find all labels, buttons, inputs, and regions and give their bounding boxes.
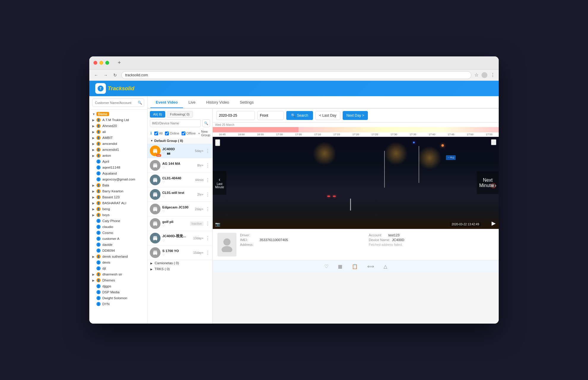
sidebar-item-16[interactable]: ▶👤boys xyxy=(89,212,147,218)
device-menu-7[interactable]: ⋮ xyxy=(205,250,210,256)
maximize-button[interactable] xyxy=(105,61,109,65)
sidebar-item-4[interactable]: ▶👤amcendol xyxy=(89,141,147,147)
sidebar-item-label-0: A.T.M Truking Ltd xyxy=(102,118,129,122)
checkbox-all[interactable]: All xyxy=(154,132,163,135)
sidebar-item-22[interactable]: 👤DD8094 xyxy=(89,248,147,254)
sidebar-item-8[interactable]: 👤aqeel11148 xyxy=(89,164,147,170)
device-search-button[interactable]: 🔍 xyxy=(202,119,210,127)
group-default-header[interactable]: ▼ Default Group ( 8) xyxy=(147,138,212,144)
sidebar-item-0[interactable]: ▶👤A.T.M Truking Ltd xyxy=(89,117,147,123)
play-button[interactable]: ▶ xyxy=(492,220,496,227)
menu-icon[interactable]: ⋮ xyxy=(490,72,495,78)
device-menu-2[interactable]: ⋮ xyxy=(205,177,210,183)
next-day-button[interactable]: Next Day > xyxy=(343,111,368,120)
sidebar-item-13[interactable]: ▶👤Basant 123 xyxy=(89,194,147,200)
sidebar-item-27[interactable]: ▶👤Dhemes xyxy=(89,277,147,283)
profile-icon[interactable] xyxy=(481,72,487,78)
route-icon[interactable]: ⟺ xyxy=(366,262,375,270)
sidebar-item-14[interactable]: ▶👤BASHARAT ALI xyxy=(89,200,147,206)
group-trks[interactable]: ▶ TRKS ( 0) xyxy=(147,266,212,272)
sidebar-item-12[interactable]: ▶👤Barry Kearton xyxy=(89,188,147,194)
sidebar-item-15[interactable]: ▶👤beng xyxy=(89,206,147,212)
sidebar-item-5[interactable]: ▶👤amcendol1 xyxy=(89,147,147,153)
forward-button[interactable]: → xyxy=(102,72,109,78)
chevron-right-icon: ▶ xyxy=(92,196,95,199)
tab-live[interactable]: Live xyxy=(183,97,201,108)
sidebar-item-20[interactable]: 👤customer A xyxy=(89,236,147,242)
device-item-5[interactable]: golf pli ♡ Inactive ⋮ xyxy=(147,216,212,231)
sidebar-item-28[interactable]: 👤djjgps xyxy=(89,283,147,289)
sidebar-item-9[interactable]: 👤Aqualand xyxy=(89,170,147,176)
star-icon[interactable]: ☆ xyxy=(474,72,479,78)
last-day-button[interactable]: < Last Day xyxy=(315,111,340,120)
checkbox-online-input[interactable] xyxy=(165,132,169,135)
minimize-button[interactable] xyxy=(99,61,103,65)
sidebar-item-7[interactable]: 👤April xyxy=(89,159,147,164)
close-button[interactable] xyxy=(93,61,97,65)
sidebar-item-label-21: davide xyxy=(102,243,112,246)
checkbox-all-input[interactable] xyxy=(154,132,158,135)
checkbox-online[interactable]: Online xyxy=(165,132,179,135)
device-menu-4[interactable]: ⋮ xyxy=(205,206,210,212)
sidebar-item-23[interactable]: ▶👤derek sutherland xyxy=(89,254,147,259)
sidebar-item-1[interactable]: ▶👤Ahmed20 xyxy=(89,123,147,129)
sidebar-item-11[interactable]: ▶👤Bala xyxy=(89,182,147,188)
device-item-4[interactable]: Edgecam JC100 ♡ 2day+ ⋮ xyxy=(147,202,212,216)
filter-tab-all[interactable]: All( 8) xyxy=(150,111,165,118)
video-close-button[interactable]: ✕ xyxy=(215,139,220,146)
next-minute-button[interactable]: NextMinute › xyxy=(477,172,499,194)
device-item-6[interactable]: JC400D-视觉... ♡ 13day+ ⋮ xyxy=(147,231,212,246)
last-minute-button[interactable]: ‹ LastMinute xyxy=(213,171,226,195)
sidebar-item-2[interactable]: ▶👤ali xyxy=(89,129,147,135)
device-item-7[interactable]: S 1700 YO ♡ 15day+ ⋮ xyxy=(147,246,212,260)
favorite-icon[interactable]: ♡ xyxy=(323,262,330,270)
address-bar[interactable] xyxy=(121,71,471,79)
copy-icon[interactable]: 📋 xyxy=(351,262,359,270)
new-group-button[interactable]: + New Group xyxy=(198,130,210,137)
screenshot-icon[interactable]: 📷 xyxy=(215,222,220,227)
tab-event-video[interactable]: Event Video xyxy=(150,97,183,108)
search-button[interactable]: 🔍 Search xyxy=(286,111,313,120)
camera-select[interactable]: Front xyxy=(257,111,284,120)
device-item-1[interactable]: AG 144 MA ♡ 8hr+ ⋮ xyxy=(147,158,212,173)
video-expand-button[interactable]: ⛶ xyxy=(491,139,496,145)
device-menu-3[interactable]: ⋮ xyxy=(205,192,210,197)
sidebar-item-17[interactable]: 👤Caty Phone xyxy=(89,218,147,224)
user-icon: 👤 xyxy=(96,219,101,223)
sidebar-item-3[interactable]: ▶👤AMBIT xyxy=(89,135,147,141)
refresh-button[interactable]: ↻ xyxy=(112,72,118,78)
device-item-0[interactable]: ON JC400D ♡ 📷 5day+ ⋮ xyxy=(147,144,212,158)
tab-history-video[interactable]: History Video xyxy=(201,97,234,108)
grid-icon[interactable]: ▦ xyxy=(337,262,344,270)
group-camionetas[interactable]: ▶ Camionetas ( 0) xyxy=(147,260,212,266)
sidebar-item-26[interactable]: ▶👤dharmesh sir xyxy=(89,271,147,277)
tab-settings[interactable]: Settings xyxy=(234,97,259,108)
filter-tab-following[interactable]: Following( 0) xyxy=(167,111,193,118)
sidebar-item-30[interactable]: 👤Dwight Solomon xyxy=(89,295,147,301)
sidebar-item-24[interactable]: 👤devis xyxy=(89,259,147,265)
checkbox-offline-input[interactable] xyxy=(182,132,185,135)
sidebar-item-29[interactable]: 👤DSP Media xyxy=(89,289,147,295)
alert-icon[interactable]: △ xyxy=(382,262,388,270)
back-button[interactable]: ← xyxy=(93,72,99,78)
sidebar-item-31[interactable]: 👤DYN xyxy=(89,301,147,307)
sidebar-item-10[interactable]: 👤argoxcoy@gmail.com xyxy=(89,176,147,182)
new-tab-button[interactable]: + xyxy=(115,59,123,67)
timeline-bar[interactable] xyxy=(213,127,499,132)
sidebar-item-6[interactable]: ▶👤anton xyxy=(89,153,147,159)
sidebar-item-25[interactable]: 👤djt xyxy=(89,265,147,271)
date-input[interactable] xyxy=(216,111,255,120)
sidebar-item-demo[interactable]: ▼ Demo xyxy=(89,111,147,117)
sidebar-item-19[interactable]: 👤Cosmo xyxy=(89,230,147,236)
device-item-2[interactable]: CL01-40440 ♡ 44min ⋮ xyxy=(147,173,212,187)
device-menu-6[interactable]: ⋮ xyxy=(205,235,210,241)
sidebar-item-21[interactable]: 👤davide xyxy=(89,242,147,248)
device-menu-5[interactable]: ⋮ xyxy=(205,221,210,227)
checkbox-offline[interactable]: Offline xyxy=(182,132,196,135)
customer-search-input[interactable] xyxy=(92,99,144,107)
device-menu-1[interactable]: ⋮ xyxy=(205,163,210,168)
device-menu-0[interactable]: ⋮ xyxy=(205,148,210,154)
device-item-3[interactable]: CL01-will test ♡ 2hr+ ⋮ xyxy=(147,187,212,202)
device-search-input[interactable] xyxy=(150,119,201,127)
sidebar-item-18[interactable]: 👤claudio xyxy=(89,224,147,230)
